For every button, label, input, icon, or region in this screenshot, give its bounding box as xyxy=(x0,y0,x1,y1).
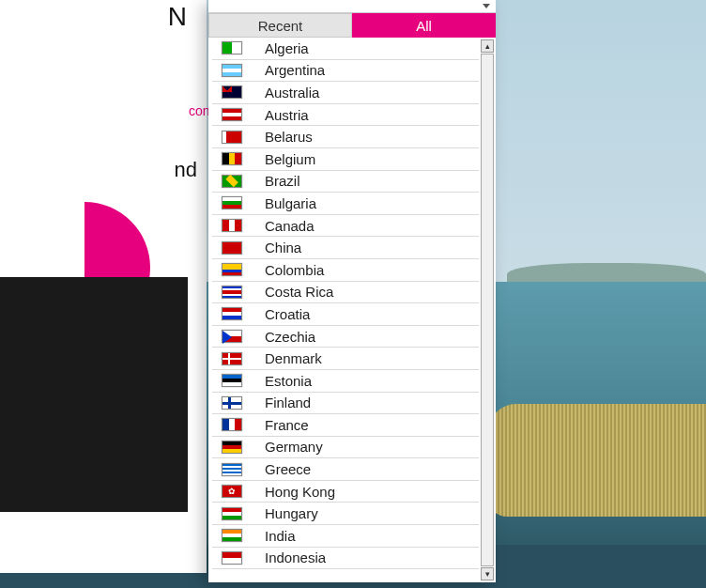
country-name: Finland xyxy=(259,395,479,410)
flag-icon-hr xyxy=(222,307,242,320)
country-name: Czechia xyxy=(259,329,479,345)
country-row-bg[interactable]: Bulgaria xyxy=(212,193,479,215)
country-name: Austria xyxy=(259,107,479,123)
country-name: Colombia xyxy=(259,262,479,278)
country-name: France xyxy=(259,417,479,433)
country-row-hk[interactable]: ✿Hong Kong xyxy=(212,481,479,503)
country-row-in[interactable]: India xyxy=(212,525,479,548)
country-name: Germany xyxy=(259,439,479,455)
country-row-co[interactable]: Colombia xyxy=(212,259,479,282)
country-row-hu[interactable]: Hungary xyxy=(212,503,479,525)
country-row-gr[interactable]: Greece xyxy=(212,458,479,481)
flag-icon-dk xyxy=(222,352,242,365)
scroll-down-button[interactable]: ▾ xyxy=(481,567,494,580)
heading-fragment: nd xyxy=(175,158,197,182)
country-row-dk[interactable]: Denmark xyxy=(212,348,479,370)
flag-icon-dz xyxy=(222,41,242,54)
country-name: Algeria xyxy=(259,40,479,56)
flag-icon-au xyxy=(222,85,242,99)
country-row-by[interactable]: Belarus xyxy=(212,126,479,148)
country-name: Australia xyxy=(259,85,479,101)
country-row-cz[interactable]: Czechia xyxy=(212,326,479,348)
robot-mascot-icon xyxy=(0,498,9,573)
country-row-be[interactable]: Belgium xyxy=(212,148,479,171)
flag-icon-fi xyxy=(222,396,242,410)
country-name: Brazil xyxy=(259,173,479,189)
country-row-hr[interactable]: Croatia xyxy=(212,303,479,326)
stats-panel xyxy=(0,277,188,512)
flag-icon-de xyxy=(222,441,242,454)
country-name: Canada xyxy=(259,218,479,234)
country-name: China xyxy=(259,240,479,255)
flag-icon-hu xyxy=(222,507,242,520)
country-name: Estonia xyxy=(259,373,479,389)
country-name: Croatia xyxy=(259,306,479,322)
country-name: Greece xyxy=(259,461,479,477)
country-dropdown: Recent All AlgeriaArgentinaAustraliaAust… xyxy=(208,0,496,582)
country-row-fr[interactable]: France xyxy=(212,414,479,437)
flag-icon-cn xyxy=(222,241,242,255)
country-row-au[interactable]: Australia xyxy=(212,82,479,104)
country-name: Bulgaria xyxy=(259,195,479,211)
country-name: Belarus xyxy=(259,129,479,145)
scroll-up-button[interactable]: ▴ xyxy=(481,39,494,53)
country-name: Denmark xyxy=(259,350,479,366)
app-title: N xyxy=(168,2,188,32)
flag-icon-gr xyxy=(222,463,242,476)
flag-icon-fr xyxy=(222,418,242,431)
country-row-cn[interactable]: China xyxy=(212,237,479,259)
flag-icon-at xyxy=(222,108,242,121)
flag-icon-cz xyxy=(222,330,242,343)
dropdown-collapse-handle[interactable] xyxy=(208,0,496,13)
tab-recent[interactable]: Recent xyxy=(208,13,352,38)
scroll-track[interactable] xyxy=(481,54,494,566)
flag-icon-ee xyxy=(222,374,242,387)
flag-icon-be xyxy=(222,152,242,165)
flag-icon-ar xyxy=(222,64,242,77)
vpn-main-window: N connect nd 00 n! Malicious Websites xyxy=(0,0,207,573)
country-row-ca[interactable]: Canada xyxy=(212,215,479,238)
flag-icon-id xyxy=(222,551,242,565)
country-row-br[interactable]: Brazil xyxy=(212,171,479,193)
country-row-fi[interactable]: Finland xyxy=(212,393,479,415)
country-name: Hungary xyxy=(259,505,479,521)
flag-icon-by xyxy=(222,131,242,144)
flag-icon-br xyxy=(222,175,242,188)
country-row-ar[interactable]: Argentina xyxy=(212,60,479,83)
flag-icon-bg xyxy=(222,196,242,209)
country-name: Hong Kong xyxy=(259,484,479,500)
country-row-dz[interactable]: Algeria xyxy=(212,38,479,60)
flag-icon-co xyxy=(222,263,242,276)
country-name: Costa Rica xyxy=(259,284,479,300)
country-row-ee[interactable]: Estonia xyxy=(212,370,479,393)
country-row-de[interactable]: Germany xyxy=(212,437,479,459)
flag-icon-in xyxy=(222,529,242,542)
country-row-at[interactable]: Austria xyxy=(212,104,479,127)
country-row-cr[interactable]: Costa Rica xyxy=(212,282,479,304)
flag-icon-ca xyxy=(222,219,242,232)
country-name: Argentina xyxy=(259,62,479,78)
country-name: India xyxy=(259,528,479,544)
flag-icon-cr xyxy=(222,286,242,299)
dropdown-tabs: Recent All xyxy=(208,13,496,38)
country-row-id[interactable]: Indonesia xyxy=(212,548,479,570)
flag-icon-hk: ✿ xyxy=(222,485,242,498)
scrollbar[interactable]: ▴ ▾ xyxy=(481,39,494,580)
country-name: Belgium xyxy=(259,151,479,167)
country-name: Indonesia xyxy=(259,549,479,565)
country-list[interactable]: AlgeriaArgentinaAustraliaAustriaBelarusB… xyxy=(212,38,479,582)
tab-all[interactable]: All xyxy=(352,13,496,38)
